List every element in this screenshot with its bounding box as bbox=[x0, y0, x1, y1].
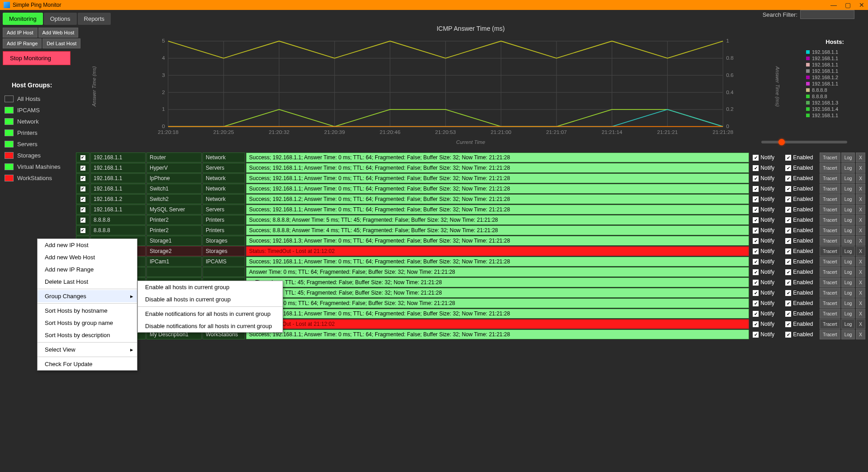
checkbox-icon[interactable]: ✔ bbox=[785, 238, 791, 244]
enabled-cell[interactable]: ✔Enabled bbox=[783, 277, 819, 287]
checkbox-icon[interactable]: ✔ bbox=[785, 186, 791, 192]
notify-cell[interactable]: ✔Notify bbox=[750, 288, 782, 298]
legend-item[interactable]: 192.168.1.2 bbox=[804, 74, 865, 81]
enabled-cell[interactable]: ✔Enabled bbox=[783, 173, 819, 183]
context-menu-item[interactable]: Group Changes▸ bbox=[38, 290, 137, 302]
checkbox-icon[interactable]: ✔ bbox=[785, 290, 791, 296]
row-expand[interactable]: ✔ bbox=[76, 163, 90, 173]
log-button[interactable]: Log bbox=[841, 298, 855, 308]
checkbox-icon[interactable]: ✔ bbox=[753, 196, 759, 202]
log-button[interactable]: Log bbox=[841, 153, 855, 162]
context-menu[interactable]: Add new IP HostAdd new Web HostAdd new I… bbox=[37, 238, 137, 371]
checkbox-icon[interactable]: ✔ bbox=[785, 196, 791, 202]
tracert-button[interactable]: Tracert bbox=[820, 184, 840, 194]
notify-cell[interactable]: ✔Notify bbox=[750, 205, 782, 215]
legend-item[interactable]: 192.168.1.1 bbox=[804, 68, 865, 74]
context-menu-item[interactable]: Delete Last Host bbox=[38, 276, 137, 288]
checkbox-icon[interactable]: ✔ bbox=[753, 321, 759, 327]
checkbox-icon[interactable]: ✔ bbox=[785, 207, 791, 213]
log-button[interactable]: Log bbox=[841, 246, 855, 256]
row-expand[interactable]: ✔ bbox=[76, 153, 90, 162]
checkbox-icon[interactable]: ✔ bbox=[753, 186, 759, 192]
row-expand[interactable]: ✔ bbox=[76, 173, 90, 183]
tracert-button[interactable]: Tracert bbox=[820, 163, 840, 173]
delete-row-button[interactable]: X bbox=[856, 225, 865, 235]
table-row[interactable]: ✔ 8.8.8.8 Printer2 Printers Success; 8.8… bbox=[76, 225, 865, 235]
legend-list[interactable]: 192.168.1.1192.168.1.1192.168.1.1192.168… bbox=[804, 49, 865, 126]
log-button[interactable]: Log bbox=[841, 309, 855, 319]
checkbox-icon[interactable]: ✔ bbox=[785, 269, 791, 275]
checkbox-icon[interactable]: ✔ bbox=[753, 259, 759, 265]
checkbox-icon[interactable]: ✔ bbox=[753, 332, 759, 338]
checkbox-icon[interactable]: ✔ bbox=[753, 248, 759, 254]
log-button[interactable]: Log bbox=[841, 277, 855, 287]
delete-row-button[interactable]: X bbox=[856, 215, 865, 225]
delete-row-button[interactable]: X bbox=[856, 236, 865, 246]
table-row[interactable]: ✔ Storage2 Storages Status: TimedOut - L… bbox=[76, 246, 865, 256]
log-button[interactable]: Log bbox=[841, 257, 855, 267]
tracert-button[interactable]: Tracert bbox=[820, 329, 840, 339]
checkbox-icon[interactable]: ✔ bbox=[785, 176, 791, 181]
tab-reports[interactable]: Reports bbox=[78, 13, 111, 25]
log-button[interactable]: Log bbox=[841, 184, 855, 194]
context-menu-item[interactable]: Add new IP Range bbox=[38, 263, 137, 276]
sidebar-item[interactable]: Network bbox=[3, 116, 71, 127]
minimize-icon[interactable]: — bbox=[830, 1, 837, 9]
tracert-button[interactable]: Tracert bbox=[820, 298, 840, 308]
notify-cell[interactable]: ✔Notify bbox=[750, 163, 782, 173]
enabled-cell[interactable]: ✔Enabled bbox=[783, 257, 819, 267]
legend-item[interactable]: 192.168.1.1 bbox=[804, 62, 865, 68]
sidebar-item[interactable]: Servers bbox=[3, 138, 71, 150]
checkbox-icon[interactable]: ✔ bbox=[753, 290, 759, 296]
checkbox-icon[interactable]: ✔ bbox=[753, 165, 759, 171]
enabled-cell[interactable]: ✔Enabled bbox=[783, 194, 819, 204]
table-row[interactable]: ✔ 192.168.1.1 IpPhone Network Success; 1… bbox=[76, 173, 865, 183]
tab-monitoring[interactable]: Monitoring bbox=[3, 13, 43, 25]
checkbox-icon[interactable]: ✔ bbox=[785, 311, 791, 317]
stop-monitoring-button[interactable]: Stop Monitoring bbox=[3, 51, 71, 65]
delete-row-button[interactable]: X bbox=[856, 319, 865, 329]
legend-item[interactable]: 192.168.1.3 bbox=[804, 100, 865, 106]
slider-thumb[interactable] bbox=[778, 139, 785, 145]
notify-cell[interactable]: ✔Notify bbox=[750, 277, 782, 287]
maximize-icon[interactable]: ▢ bbox=[845, 1, 851, 9]
tracert-button[interactable]: Tracert bbox=[820, 225, 840, 235]
notify-cell[interactable]: ✔Notify bbox=[750, 257, 782, 267]
time-slider[interactable] bbox=[761, 141, 847, 143]
log-button[interactable]: Log bbox=[841, 205, 855, 215]
notify-cell[interactable]: ✔Notify bbox=[750, 329, 782, 339]
checkbox-icon[interactable]: ✔ bbox=[785, 217, 791, 223]
table-row[interactable]: ✔ 192.168.1.1 Router Network Success; 19… bbox=[76, 153, 865, 162]
context-menu-item[interactable]: Sort Hosts by group name bbox=[38, 317, 137, 329]
context-submenu[interactable]: Enable all hosts in current groupDisable… bbox=[137, 281, 283, 333]
table-row[interactable]: ✔ 8.8.8.8 Printer2 Printers Success; 8.8… bbox=[76, 215, 865, 225]
tracert-button[interactable]: Tracert bbox=[820, 277, 840, 287]
notify-cell[interactable]: ✔Notify bbox=[750, 298, 782, 308]
context-menu-item[interactable]: Check For Update bbox=[38, 358, 137, 370]
close-icon[interactable]: ✕ bbox=[859, 1, 864, 9]
sidebar-item[interactable]: IPCAMS bbox=[3, 105, 71, 116]
search-input[interactable] bbox=[800, 10, 854, 19]
log-button[interactable]: Log bbox=[841, 225, 855, 235]
row-expand[interactable]: ✔ bbox=[76, 225, 90, 235]
delete-row-button[interactable]: X bbox=[856, 257, 865, 267]
checkbox-icon[interactable]: ✔ bbox=[785, 248, 791, 254]
delete-row-button[interactable]: X bbox=[856, 184, 865, 194]
tracert-button[interactable]: Tracert bbox=[820, 288, 840, 298]
tab-options[interactable]: Options bbox=[44, 13, 77, 25]
log-button[interactable]: Log bbox=[841, 329, 855, 339]
notify-cell[interactable]: ✔Notify bbox=[750, 194, 782, 204]
row-expand[interactable]: ✔ bbox=[76, 215, 90, 225]
tracert-button[interactable]: Tracert bbox=[820, 319, 840, 329]
add-web-host-button[interactable]: Add Web Host bbox=[38, 28, 79, 38]
notify-cell[interactable]: ✔Notify bbox=[750, 309, 782, 319]
checkbox-icon[interactable]: ✔ bbox=[785, 259, 791, 265]
checkbox-icon[interactable]: ✔ bbox=[785, 300, 791, 306]
checkbox-icon[interactable]: ✔ bbox=[753, 228, 759, 234]
checkbox-icon[interactable]: ✔ bbox=[785, 165, 791, 171]
table-row[interactable]: ✔ IPCam1 IPCAMS Success; 192.168.1.1; An… bbox=[76, 257, 865, 267]
legend-item[interactable]: 192.168.1.1 bbox=[804, 49, 865, 55]
enabled-cell[interactable]: ✔Enabled bbox=[783, 246, 819, 256]
enabled-cell[interactable]: ✔Enabled bbox=[783, 184, 819, 194]
tracert-button[interactable]: Tracert bbox=[820, 257, 840, 267]
